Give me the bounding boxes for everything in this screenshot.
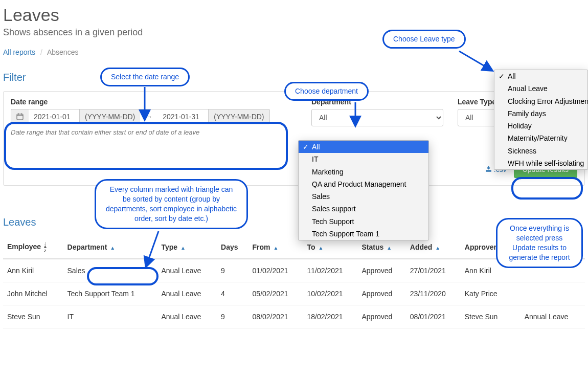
download-icon — [485, 165, 492, 173]
breadcrumb-separator: / — [40, 48, 42, 56]
arrow-right-icon: → — [140, 109, 157, 124]
cell-approver: Katy Price — [461, 282, 521, 305]
cell-type: Anual Leave — [157, 282, 217, 305]
breadcrumb-root-link[interactable]: All reports — [3, 48, 35, 56]
dropdown-option[interactable]: Maternity/Paternity — [494, 132, 587, 144]
caret-up-icon: ▲ — [435, 245, 440, 251]
date-range-help: Date range that that contain either star… — [11, 128, 297, 136]
cell-type: Anual Leave — [157, 305, 217, 328]
department-group: Department All — [311, 98, 443, 126]
dropdown-option[interactable]: IT — [299, 153, 428, 165]
callout-date-range: Select the date range — [100, 68, 190, 86]
date-from-hint: (YYYY-MM-DD) — [80, 109, 140, 124]
breadcrumb-current: Absences — [47, 48, 78, 56]
dropdown-option[interactable]: Tech Support Team 1 — [299, 228, 428, 240]
cell-added: 27/01/2021 — [406, 259, 461, 282]
calendar-icon — [11, 109, 29, 124]
col-type[interactable]: Type ▲ — [157, 236, 217, 259]
date-range-label: Date range — [11, 98, 297, 106]
callout-department: Choose department — [284, 82, 369, 101]
callout-leave-type: Choose Leave type — [382, 30, 466, 49]
col-days[interactable]: Days — [217, 236, 248, 259]
department-select[interactable]: All — [311, 109, 443, 126]
cell-status: Approved — [357, 259, 405, 282]
cell-days: 9 — [217, 259, 248, 282]
dropdown-option[interactable]: Holiday — [494, 120, 587, 132]
table-row: Steve SunITAnual Leave908/02/202118/02/2… — [3, 305, 585, 328]
cell-from: 05/02/2021 — [248, 282, 303, 305]
cell-employee: Steve Sun — [3, 305, 63, 328]
cell-added: 23/11/2020 — [406, 282, 461, 305]
col-department[interactable]: Department ▲ — [63, 236, 157, 259]
cell-added: 08/01/2021 — [406, 305, 461, 328]
cell-from: 08/02/2021 — [248, 305, 303, 328]
cell-department: Tech Support Team 1 — [63, 282, 157, 305]
leave-type-dropdown[interactable]: AllAnual LeaveClocking Error AdjustmentF… — [494, 70, 588, 170]
dropdown-option[interactable]: Sickness — [494, 145, 587, 157]
cell-days: 9 — [217, 305, 248, 328]
caret-up-icon: ▲ — [318, 245, 323, 251]
cell-status: Approved — [357, 305, 405, 328]
caret-up-icon: ▲ — [110, 245, 115, 251]
cell-to: 10/02/2021 — [303, 282, 358, 305]
dropdown-option[interactable]: QA and Product Management — [299, 178, 428, 190]
col-employee[interactable]: Employee ↓AZ — [3, 236, 63, 259]
date-to-hint: (YYYY-MM-DD) — [209, 109, 269, 124]
cell-employee: John Mitchel — [3, 282, 63, 305]
caret-up-icon: ▲ — [387, 245, 392, 251]
dropdown-option[interactable]: Family days — [494, 107, 587, 120]
cell-comment: Annual Leave — [521, 305, 585, 328]
dropdown-option[interactable]: Sales support — [299, 203, 428, 215]
date-range-group: Date range (YYYY-MM-DD) → (YYYY-MM-DD) D… — [11, 98, 297, 136]
cell-comment — [521, 282, 585, 305]
dropdown-option[interactable]: Marketing — [299, 166, 428, 178]
department-dropdown[interactable]: AllITMarketingQA and Product ManagementS… — [298, 140, 429, 240]
page-title: Leaves — [3, 5, 585, 25]
dropdown-option[interactable]: Anual Leave — [494, 82, 587, 95]
cell-status: Approved — [357, 282, 405, 305]
cell-to: 11/02/2021 — [303, 259, 358, 282]
cell-type: Anual Leave — [157, 259, 217, 282]
svg-rect-0 — [17, 114, 23, 120]
caret-up-icon: ▲ — [180, 245, 186, 251]
cell-from: 01/02/2021 — [248, 259, 303, 282]
dropdown-option[interactable]: WFH while self-isolating — [494, 157, 587, 169]
cell-days: 4 — [217, 282, 248, 305]
callout-sort: Every column marked with triangle can be… — [95, 179, 248, 229]
date-to-input[interactable] — [157, 109, 209, 124]
table-row: John MitchelTech Support Team 1Anual Lea… — [3, 282, 585, 305]
dropdown-option[interactable]: Tech Support — [299, 215, 428, 228]
dropdown-option[interactable]: All — [494, 70, 587, 82]
page-subtitle: Shows absences in a given period — [3, 27, 585, 38]
date-from-input[interactable] — [29, 109, 80, 124]
dropdown-option[interactable]: Clocking Error Adjustment — [494, 95, 587, 107]
sort-az-icon: ↓AZ — [44, 241, 47, 253]
cell-approver: Steve Sun — [461, 305, 521, 328]
caret-up-icon: ▲ — [273, 245, 278, 251]
dropdown-option[interactable]: Sales — [299, 190, 428, 203]
col-from[interactable]: From ▲ — [248, 236, 303, 259]
cell-department: IT — [63, 305, 157, 328]
breadcrumb: All reports / Absences — [3, 48, 585, 56]
callout-update: Once everything is selected press Update… — [496, 218, 583, 268]
cell-to: 18/02/2021 — [303, 305, 358, 328]
cell-department: Sales — [63, 259, 157, 282]
dropdown-option[interactable]: All — [299, 141, 428, 153]
cell-employee: Ann Kiril — [3, 259, 63, 282]
date-range-input-group: (YYYY-MM-DD) → (YYYY-MM-DD) — [11, 109, 297, 124]
